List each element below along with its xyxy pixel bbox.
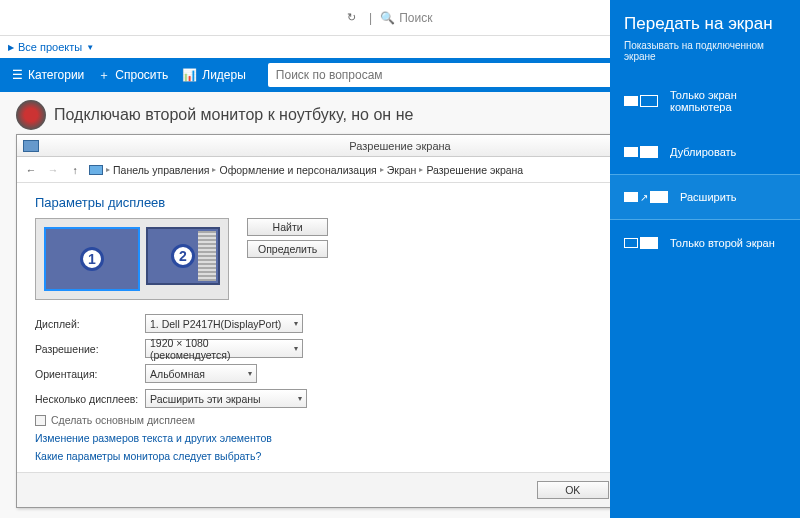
monitor-icon <box>640 95 658 107</box>
all-projects-link[interactable]: Все проекты <box>18 41 82 53</box>
charm-item-pc-only[interactable]: Только экран компьютера <box>610 72 800 129</box>
monitor-icon <box>624 192 638 202</box>
detect-button[interactable]: Определить <box>247 240 328 258</box>
orientation-label: Ориентация: <box>35 368 145 380</box>
chart-icon: 📊 <box>182 68 197 82</box>
chevron-down-icon: ▾ <box>248 369 252 378</box>
monitor-icon <box>624 96 638 106</box>
chevron-down-icon: ▾ <box>294 344 298 353</box>
back-button[interactable]: ← <box>23 162 39 178</box>
display-label: Дисплей: <box>35 318 145 330</box>
plus-icon: ＋ <box>98 67 110 84</box>
charm-item-second-only[interactable]: Только второй экран <box>610 220 800 265</box>
window-icon <box>23 140 39 152</box>
charm-subtitle: Показывать на подключенном экране <box>624 40 786 62</box>
chevron-down-icon: ▼ <box>86 43 94 52</box>
list-icon: ☰ <box>12 68 23 82</box>
charm-item-duplicate[interactable]: Дублировать <box>610 129 800 174</box>
resolution-label: Разрешение: <box>35 343 145 355</box>
monitor-2[interactable]: 2 <box>146 227 220 285</box>
primary-checkbox-label: Сделать основным дисплеем <box>51 414 195 426</box>
resolution-select[interactable]: 1920 × 1080 (рекомендуется)▾ <box>145 339 303 358</box>
computer-icon <box>89 165 103 175</box>
multi-select[interactable]: Расширить эти экраны▾ <box>145 389 307 408</box>
nav-leaders[interactable]: 📊Лидеры <box>182 68 246 82</box>
question-title: Подключаю второй монитор к ноутбуку, но … <box>54 106 413 124</box>
search-icon: 🔍 <box>380 11 395 25</box>
multi-label: Несколько дисплеев: <box>35 393 145 405</box>
nav-ask[interactable]: ＋Спросить <box>98 67 168 84</box>
up-button[interactable]: ↑ <box>67 162 83 178</box>
reload-icon[interactable]: ↻ <box>347 11 361 25</box>
browser-search-placeholder: Поиск <box>399 11 432 25</box>
find-button[interactable]: Найти <box>247 218 328 236</box>
monitor-icon <box>624 238 638 248</box>
forward-button[interactable]: → <box>45 162 61 178</box>
project-charm-panel: Передать на экран Показывать на подключе… <box>610 0 800 518</box>
window-title: Разрешение экрана <box>349 140 450 152</box>
monitor-icon <box>650 191 668 203</box>
monitor-icon <box>640 146 658 158</box>
arrow-icon: ↗ <box>640 192 648 203</box>
charm-title: Передать на экран <box>624 14 786 34</box>
chevron-down-icon: ▾ <box>298 394 302 403</box>
dropdown-icon[interactable]: ▶ <box>8 43 14 52</box>
asker-avatar <box>16 100 46 130</box>
charm-item-extend[interactable]: ↗ Расширить <box>610 174 800 220</box>
url-prefix: | <box>369 11 372 25</box>
monitor-icon <box>624 147 638 157</box>
ok-button[interactable]: OK <box>537 481 609 499</box>
orientation-select[interactable]: Альбомная▾ <box>145 364 257 383</box>
chevron-down-icon: ▾ <box>294 319 298 328</box>
monitor-1[interactable]: 1 <box>44 227 140 291</box>
monitor-icon <box>640 237 658 249</box>
displays-preview[interactable]: 1 2 <box>35 218 229 300</box>
display-select[interactable]: 1. Dell P2417H(DisplayPort)▾ <box>145 314 303 333</box>
primary-checkbox[interactable] <box>35 415 46 426</box>
monitor-grid-icon <box>198 231 216 281</box>
nav-categories[interactable]: ☰Категории <box>12 68 84 82</box>
